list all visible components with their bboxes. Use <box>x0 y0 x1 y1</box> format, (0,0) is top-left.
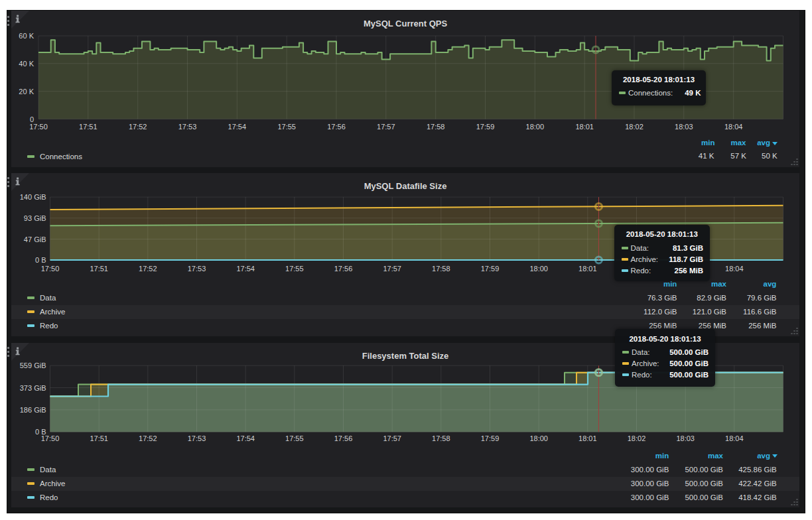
svg-text:17:55: 17:55 <box>277 123 296 131</box>
svg-text:47 GiB: 47 GiB <box>24 235 46 243</box>
svg-text:18:01: 18:01 <box>575 123 594 131</box>
svg-text:17:52: 17:52 <box>139 434 157 442</box>
svg-text:18:04: 18:04 <box>725 265 744 273</box>
svg-text:373 GiB: 373 GiB <box>20 384 46 392</box>
svg-text:17:53: 17:53 <box>178 123 197 131</box>
svg-text:17:54: 17:54 <box>236 265 255 273</box>
svg-text:17:56: 17:56 <box>334 434 353 442</box>
svg-text:140 GiB: 140 GiB <box>20 193 46 201</box>
svg-text:18:01: 18:01 <box>578 434 597 442</box>
svg-text:17:58: 17:58 <box>427 123 445 131</box>
svg-text:17:53: 17:53 <box>188 434 206 442</box>
svg-text:17:52: 17:52 <box>129 123 147 131</box>
svg-text:186 GiB: 186 GiB <box>20 406 46 414</box>
svg-text:17:59: 17:59 <box>476 123 495 131</box>
svg-text:17:55: 17:55 <box>285 265 304 273</box>
svg-text:17:57: 17:57 <box>377 123 395 131</box>
svg-text:17:58: 17:58 <box>432 265 450 273</box>
svg-text:0: 0 <box>30 115 34 123</box>
svg-text:17:52: 17:52 <box>139 265 157 273</box>
svg-text:17:56: 17:56 <box>327 123 346 131</box>
svg-text:18:04: 18:04 <box>725 434 744 442</box>
svg-text:17:51: 17:51 <box>79 123 98 131</box>
svg-text:17:57: 17:57 <box>383 265 401 273</box>
svg-text:559 GiB: 559 GiB <box>20 361 46 369</box>
svg-text:17:50: 17:50 <box>29 123 48 131</box>
svg-text:17:55: 17:55 <box>285 434 304 442</box>
svg-text:18:03: 18:03 <box>676 434 695 442</box>
svg-text:17:51: 17:51 <box>90 265 108 273</box>
svg-text:17:54: 17:54 <box>228 123 247 131</box>
svg-text:18:03: 18:03 <box>675 123 693 131</box>
svg-text:17:51: 17:51 <box>90 434 108 442</box>
svg-text:60 K: 60 K <box>19 32 34 40</box>
svg-text:17:50: 17:50 <box>41 265 60 273</box>
svg-text:0 B: 0 B <box>35 256 46 264</box>
svg-text:93 GiB: 93 GiB <box>24 214 46 222</box>
svg-text:17:59: 17:59 <box>481 265 500 273</box>
svg-text:17:57: 17:57 <box>383 434 401 442</box>
svg-text:17:56: 17:56 <box>334 265 353 273</box>
svg-text:18:01: 18:01 <box>578 265 597 273</box>
svg-text:17:54: 17:54 <box>236 434 255 442</box>
svg-text:18:00: 18:00 <box>529 434 548 442</box>
svg-text:17:53: 17:53 <box>188 265 206 273</box>
svg-text:18:04: 18:04 <box>724 123 743 131</box>
svg-text:40 K: 40 K <box>19 60 34 68</box>
svg-text:18:00: 18:00 <box>526 123 545 131</box>
svg-text:0 B: 0 B <box>35 428 46 436</box>
svg-text:18:02: 18:02 <box>628 434 646 442</box>
svg-text:18:00: 18:00 <box>529 265 548 273</box>
svg-text:18:02: 18:02 <box>625 123 643 131</box>
svg-text:17:58: 17:58 <box>432 434 450 442</box>
svg-text:17:59: 17:59 <box>481 434 500 442</box>
svg-text:20 K: 20 K <box>19 88 34 96</box>
